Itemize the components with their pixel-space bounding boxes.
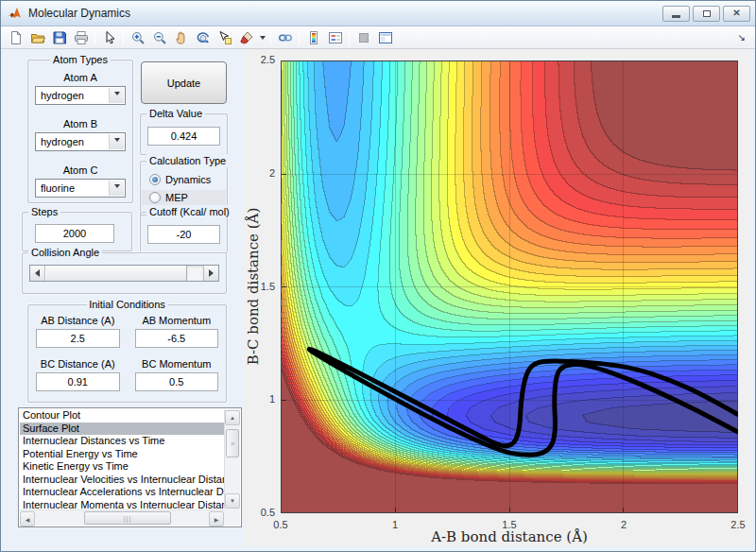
pointer-tool-button[interactable] <box>98 27 120 47</box>
hand-pan-icon <box>174 30 189 45</box>
chevron-down-icon[interactable] <box>109 88 124 103</box>
close-button[interactable]: ✕ <box>723 6 750 22</box>
rotate-3d-button[interactable] <box>192 27 214 47</box>
ic-field[interactable] <box>135 372 219 391</box>
print-figure-button[interactable] <box>70 27 92 47</box>
minimize-button[interactable] <box>662 6 690 22</box>
link-plot-button[interactable] <box>274 27 296 47</box>
ic-label: BC Momentum <box>135 358 219 370</box>
list-item[interactable]: Internuclear Velocities vs Internuclear … <box>20 474 224 487</box>
brush-menu-arrow-button[interactable] <box>257 27 267 47</box>
scroll-left-button[interactable]: ◀ <box>20 511 35 526</box>
radio-button-icon[interactable] <box>149 192 161 203</box>
update-button[interactable]: Update <box>141 61 227 104</box>
open-folder-icon <box>30 30 45 45</box>
potential-surface-plot[interactable] <box>281 60 738 513</box>
atom-a-label: Atom A <box>35 72 126 83</box>
cutoff-group: Cutoff (Kcal/ mol) <box>140 212 228 253</box>
atom-c-dropdown[interactable]: fluorine <box>35 179 126 198</box>
list-item[interactable]: Kinetic Energy vs Time <box>20 460 224 474</box>
ic-field[interactable] <box>36 329 120 348</box>
scrollbar-corner <box>224 509 240 526</box>
y-tick-label: 0.5 <box>241 507 275 518</box>
new-figure-button[interactable] <box>5 27 26 47</box>
zoom-out-button[interactable] <box>148 27 170 47</box>
x-tick-label: 2 <box>621 519 627 530</box>
arrow-left-icon <box>31 269 40 277</box>
title-bar[interactable]: Molecular Dynamics ✕ <box>1 1 755 26</box>
scroll-right-button[interactable]: ▶ <box>209 511 224 526</box>
radio-mep[interactable]: MEP <box>142 190 226 205</box>
chevron-down-icon[interactable] <box>109 134 124 149</box>
dock-figure-icon <box>378 30 393 45</box>
x-axis-label: A-B bond distance (Å) <box>431 528 588 545</box>
brush-tool-button[interactable] <box>235 27 257 47</box>
list-item[interactable]: Internuclear Accelerations vs Internucle… <box>20 486 224 499</box>
atom-types-group: Atom Types Atom A hydrogen Atom B hydrog… <box>27 60 133 203</box>
molecular-dynamics-window: Molecular Dynamics ✕ ↘ Atom Type <box>0 0 756 552</box>
list-item[interactable]: Contour Plot <box>20 409 224 423</box>
y-tick-label: 1 <box>241 393 275 405</box>
data-cursor-button[interactable] <box>214 27 235 47</box>
hide-plot-tools-button[interactable] <box>352 27 374 47</box>
printer-icon <box>74 30 89 45</box>
steps-field[interactable] <box>35 224 114 243</box>
zoom-in-button[interactable] <box>127 27 148 47</box>
rotate-3d-icon <box>196 30 211 45</box>
listbox-horizontal-scrollbar[interactable]: ◀ ||| ▶ <box>20 509 224 526</box>
toolbar-separator <box>123 29 124 45</box>
show-plot-tools-dock-button[interactable] <box>374 27 396 47</box>
insert-colorbar-button[interactable] <box>302 27 324 47</box>
arrow-up-icon: ▲ <box>230 415 235 421</box>
save-figure-button[interactable] <box>48 27 70 47</box>
list-item[interactable]: Internuclear Distances vs Time <box>20 435 224 448</box>
x-tick-label: 1 <box>392 519 398 530</box>
cutoff-field[interactable] <box>147 225 220 244</box>
chevron-down-icon[interactable] <box>109 181 124 196</box>
ic-field[interactable] <box>135 329 219 348</box>
dock-figure-arrow-icon[interactable]: ↘ <box>738 32 746 43</box>
atom-b-label: Atom B <box>35 118 126 129</box>
scroll-down-button[interactable]: ▼ <box>225 493 240 509</box>
radio-dynamics[interactable]: Dynamics <box>142 172 226 187</box>
toolbar-separator <box>94 29 95 45</box>
x-tick-label: 0.5 <box>273 519 287 530</box>
atom-c-label: Atom C <box>35 164 126 176</box>
slider-track[interactable] <box>187 266 203 281</box>
arrow-right-icon: ▶ <box>215 516 219 523</box>
listbox-vertical-scrollbar[interactable]: ▲ ≡ ▼ <box>224 409 240 509</box>
legend-icon <box>328 30 343 45</box>
figure-toolbar: ↘ <box>1 26 755 49</box>
atom-a-dropdown[interactable]: hydrogen <box>35 86 126 105</box>
collision-angle-slider[interactable] <box>29 265 219 282</box>
ic-field[interactable] <box>36 372 120 391</box>
radio-label: MEP <box>165 192 188 203</box>
slider-right-arrow-button[interactable] <box>203 266 218 281</box>
zoom-out-icon <box>152 30 167 45</box>
plot-type-listbox[interactable]: Contour PlotSurface PlotInternuclear Dis… <box>18 407 242 527</box>
slider-left-arrow-button[interactable] <box>30 266 45 281</box>
arrow-down-icon: ▼ <box>230 498 235 504</box>
link-chain-icon <box>278 30 293 45</box>
list-item[interactable]: Potential Energy vs Time <box>20 448 224 461</box>
radio-button-icon[interactable] <box>149 174 161 185</box>
delta-value-field[interactable] <box>147 127 220 146</box>
cutoff-title: Cutoff (Kcal/ mol) <box>146 205 232 218</box>
slider-thumb[interactable] <box>45 266 187 281</box>
restore-button[interactable] <box>693 6 720 22</box>
vertical-scroll-thumb[interactable]: ≡ <box>226 429 239 457</box>
zoom-in-icon <box>130 30 146 45</box>
horizontal-scroll-thumb[interactable]: ||| <box>84 511 171 525</box>
atom-b-dropdown[interactable]: hydrogen <box>35 132 126 151</box>
insert-legend-button[interactable] <box>324 27 346 47</box>
minimize-icon <box>672 15 680 18</box>
list-item[interactable]: Surface Plot <box>20 423 224 436</box>
scroll-up-button[interactable]: ▲ <box>225 410 240 425</box>
save-floppy-icon <box>52 30 67 45</box>
open-file-button[interactable] <box>26 27 48 47</box>
pan-tool-button[interactable] <box>170 27 192 47</box>
y-tick-label: 2 <box>241 167 275 179</box>
initial-conditions-title: Initial Conditions <box>86 298 168 311</box>
chevron-down-icon <box>260 36 266 43</box>
list-item[interactable]: Internuclear Momenta vs Internuclear Dis… <box>20 499 224 510</box>
